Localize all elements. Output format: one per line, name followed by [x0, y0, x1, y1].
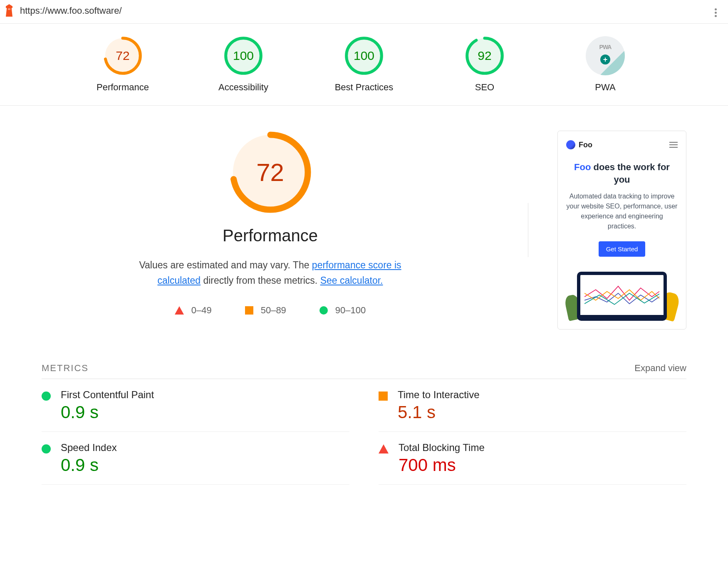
score-label: Accessibility: [218, 82, 268, 93]
metric-value: 5.1 s: [398, 402, 480, 422]
circle-icon: [319, 306, 328, 315]
metric-name: First Contentful Paint: [61, 389, 154, 401]
preview-headline-rest: does the work for you: [591, 162, 669, 185]
metric-time-to-interactive: Time to Interactive 5.1 s: [379, 379, 686, 432]
vertical-divider: [528, 203, 528, 257]
triangle-icon: [379, 444, 389, 453]
score-value: 92: [465, 36, 504, 75]
triangle-icon: [175, 306, 184, 315]
performance-title: Performance: [223, 226, 318, 245]
kebab-icon: [715, 8, 717, 17]
metrics-header: METRICS Expand view: [42, 363, 686, 379]
desc-text: Values are estimated and may vary. The: [139, 260, 312, 270]
legend-pass: 90–100: [319, 305, 366, 316]
gauge-performance: 72: [103, 36, 142, 75]
preview-headline-accent: Foo: [574, 162, 591, 172]
performance-description: Values are estimated and may vary. The p…: [129, 258, 412, 288]
metric-name: Total Blocking Time: [399, 442, 485, 453]
gauge-best-practices: 100: [344, 36, 384, 75]
legend-range: 0–49: [191, 305, 212, 316]
legend-range: 50–89: [261, 305, 286, 316]
score-label: PWA: [595, 82, 615, 93]
square-icon: [245, 306, 253, 315]
score-label: SEO: [475, 82, 494, 93]
score-seo[interactable]: 92 SEO: [451, 36, 518, 93]
expand-view-toggle[interactable]: Expand view: [634, 363, 686, 374]
metric-name: Speed Index: [61, 442, 117, 453]
metric-value: 0.9 s: [61, 402, 154, 422]
metric-value: 700 ms: [399, 455, 485, 475]
score-label: Best Practices: [335, 82, 394, 93]
lighthouse-icon: [4, 4, 14, 17]
pwa-plus-icon: +: [600, 55, 610, 64]
score-summary-row: 72 Performance 100 Accessibility 100 Bes…: [0, 24, 728, 106]
preview-body: Automated data tracking to improve your …: [566, 191, 678, 231]
score-legend: 0–49 50–89 90–100: [175, 305, 366, 316]
foo-logo-icon: [566, 140, 575, 149]
preview-brand: Foo: [566, 140, 592, 149]
gauge-accessibility: 100: [224, 36, 263, 75]
metric-name: Time to Interactive: [398, 389, 480, 401]
preview-illustration: [566, 269, 678, 323]
score-value: 100: [224, 36, 263, 75]
circle-icon: [42, 444, 51, 453]
metrics-grid: First Contentful Paint 0.9 s Time to Int…: [42, 379, 686, 485]
page-screenshot-preview: Foo Foo does the work for you Automated …: [557, 131, 686, 330]
legend-fail: 0–49: [175, 305, 212, 316]
pwa-badge: PWA +: [586, 36, 625, 75]
score-value: 100: [344, 36, 384, 75]
square-icon: [379, 392, 388, 401]
preview-cta-button: Get Started: [599, 241, 646, 257]
score-pwa[interactable]: PWA + PWA: [572, 36, 639, 93]
desc-text: directly from these metrics.: [201, 275, 320, 286]
tested-url: https://www.foo.software/: [20, 5, 710, 16]
pwa-icon-label: PWA: [586, 44, 625, 50]
score-value: 72: [103, 36, 142, 75]
performance-hero: 72 Performance Values are estimated and …: [42, 131, 499, 316]
score-performance[interactable]: 72 Performance: [89, 36, 156, 93]
circle-icon: [42, 392, 51, 401]
preview-brand-name: Foo: [579, 141, 592, 149]
performance-hero-row: 72 Performance Values are estimated and …: [42, 131, 686, 330]
performance-score-large: 72: [229, 131, 312, 214]
gauge-seo: 92: [465, 36, 504, 75]
report-header: https://www.foo.software/: [0, 0, 728, 24]
laptop-icon: [577, 272, 667, 321]
report-menu-button[interactable]: [710, 5, 721, 17]
metric-speed-index: Speed Index 0.9 s: [42, 432, 349, 485]
metric-first-contentful-paint: First Contentful Paint 0.9 s: [42, 379, 349, 432]
legend-average: 50–89: [245, 305, 286, 316]
hamburger-icon: [669, 142, 678, 148]
link-see-calculator[interactable]: See calculator.: [320, 275, 383, 286]
score-accessibility[interactable]: 100 Accessibility: [210, 36, 277, 93]
preview-headline: Foo does the work for you: [566, 161, 678, 186]
metric-total-blocking-time: Total Blocking Time 700 ms: [379, 432, 686, 485]
score-label: Performance: [97, 82, 149, 93]
score-best-practices[interactable]: 100 Best Practices: [331, 36, 397, 93]
metrics-title: METRICS: [42, 363, 89, 374]
metric-value: 0.9 s: [61, 455, 117, 475]
gauge-performance-large: 72: [229, 131, 312, 214]
legend-range: 90–100: [335, 305, 366, 316]
report-body: 72 Performance Values are estimated and …: [0, 106, 728, 497]
